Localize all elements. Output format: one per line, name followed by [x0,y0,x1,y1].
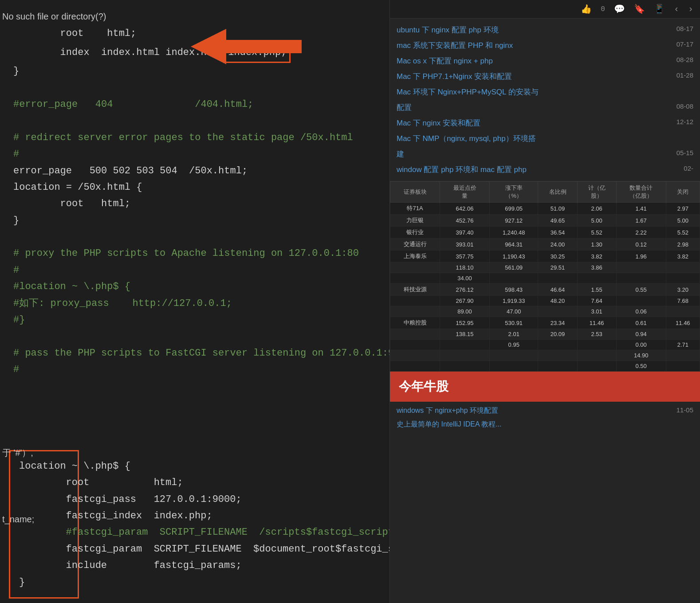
stock-p3: 36.54 [538,227,577,239]
mobile-icon[interactable]: 📱 [654,4,665,15]
table-row: 14.90 [390,350,700,361]
sidebar-bottom-links: windows 下 nginx+php 环境配置 11-05 史上最简单的 In… [390,402,700,434]
stock-p3: 24.00 [538,239,577,251]
stock-p1: 276.12 [440,284,490,296]
sidebar-bottom-link-1[interactable]: windows 下 nginx+php 环境配置 11-05 [390,404,700,418]
stock-p2: 1,919.33 [490,296,538,306]
stock-name[interactable]: 银行业 [390,227,440,239]
stock-p2 [490,350,538,361]
sidebar-link-8-date: 02- [684,164,693,175]
stock-p2: 0.95 [490,340,538,350]
stock-name [390,350,440,361]
stock-name[interactable]: 上海泰乐 [390,251,440,262]
stock-p4 [577,273,616,284]
sidebar-link-6[interactable]: Mac 下 nginx 安装和配置 12-12 [390,115,700,131]
stock-p5 [616,296,666,306]
code-line-5 [13,80,376,96]
code-line-8: # redirect server error pages to the sta… [13,129,376,146]
col-header-price: 最近点价量 [440,182,490,203]
stock-p3: 51.09 [538,203,577,215]
stock-p2: 699.05 [490,203,538,215]
table-row: 中粮控股 152.95 530.91 23.34 11.46 0.61 11.4… [390,317,700,329]
hash-note-label: 于 '#'）, [0,444,35,461]
stock-p3 [538,340,577,350]
stock-p3: 46.64 [538,284,577,296]
stock-p2 [490,361,538,372]
chat-icon[interactable]: 💬 [614,4,625,15]
table-row: 银行业 397.40 1,240.48 36.54 5.52 2.22 5.52 [390,227,700,239]
stock-p6: 5.52 [666,227,700,239]
stock-p1: 267.90 [440,296,490,306]
stock-p4: 11.46 [577,317,616,329]
code-line-18: #如下: proxy_pass http://127.0.0.1; [13,295,376,312]
code-line-14 [13,229,376,245]
sidebar-link-4-text: Mac 下 PHP7.1+Nginx 安装和配置 [397,71,512,82]
col-header-ratio: 名比例 [538,182,577,203]
sidebar-link-7b-date: 05-15 [676,149,693,159]
stock-p5: 1.96 [616,251,666,262]
table-header-row: 证券板块 最近点价量 涨下率（%） 名比例 计（亿股） 数量合计（亿股） 关闭 [390,182,700,203]
bottom-link-2-text: 史上最简单的 IntelliJ IDEA 教程... [397,420,501,429]
thumbs-up-icon[interactable]: 👍 [581,4,592,15]
arrow-right-icon[interactable]: › [688,4,693,14]
sidebar-link-8[interactable]: window 配置 php 环境和 mac 配置 php 02- [390,162,700,177]
stock-name[interactable]: 中粮控股 [390,317,440,329]
stock-p5: 0.50 [616,361,666,372]
sidebar-link-4[interactable]: Mac 下 PHP7.1+Nginx 安装和配置 01-28 [390,69,700,84]
stock-p1: 152.95 [440,317,490,329]
stock-p6 [666,361,700,372]
stock-name[interactable]: 交通运行 [390,239,440,251]
stock-p4 [577,350,616,361]
stock-table: 证券板块 最近点价量 涨下率（%） 名比例 计（亿股） 数量合计（亿股） 关闭 … [390,181,700,372]
stock-p6: 3.20 [666,284,700,296]
stock-p1: 642.06 [440,203,490,215]
sidebar-link-2-date: 07-17 [676,40,693,51]
stock-name [390,273,440,284]
sidebar-link-5-text: Mac 环境下 Nginx+PHP+MySQL 的安装与 [397,87,539,97]
table-row: 267.90 1,919.33 48.20 7.64 7.68 [390,296,700,306]
stock-p5: 0.06 [616,306,666,317]
code-line-4: } [13,63,376,79]
sidebar-link-3[interactable]: Mac os x 下配置 nginx + php 08-28 [390,53,700,69]
table-row: 科技业源 276.12 598.43 46.64 1.55 0.55 3.20 [390,284,700,296]
sidebar-top-bar: 👍 0 💬 🔖 📱 ‹ › [390,0,700,19]
sidebar-link-1-date: 08-17 [676,25,693,35]
code-line-16: # [13,262,376,278]
stock-p5: 1.41 [616,203,666,215]
stock-name [390,361,440,372]
stock-p5: 0.94 [616,329,666,340]
sidebar-link-2[interactable]: mac 系统下安装配置 PHP 和 nginx 07-17 [390,38,700,53]
bottom-line-8: } [19,574,69,591]
stock-name[interactable]: 科技业源 [390,284,440,296]
table-row: 特71A 642.06 699.05 51.09 2.06 1.41 2.97 [390,203,700,215]
code-line-3: index index.html index.htm index.php; [13,42,376,63]
stock-p4: 7.64 [577,296,616,306]
stock-name[interactable]: 力巨银 [390,215,440,227]
sidebar-link-7b[interactable]: 建 05-15 [390,146,700,162]
sidebar-link-1[interactable]: ubuntu 下 nginx 配置 php 环境 08-17 [390,22,700,38]
col-header-qty: 数量合计（亿股） [616,182,666,203]
sidebar-link-5b[interactable]: 配置 08-08 [390,100,700,115]
bookmark-icon[interactable]: 🔖 [634,4,645,15]
code-line-10: error_page 500 502 503 504 /50x.html; [13,163,376,179]
stock-p4 [577,340,616,350]
sidebar-bottom-link-2[interactable]: 史上最简单的 IntelliJ IDEA 教程... [390,418,700,431]
stock-p3: 23.34 [538,317,577,329]
code-line-13: } [13,212,376,229]
no-such-file-label: No such file or directory(?) [0,8,109,25]
stock-p6 [666,262,700,273]
stock-p1: 393.01 [440,239,490,251]
stock-p5 [616,273,666,284]
stock-p6: 7.68 [666,296,700,306]
code-line-11: location = /50x.html { [13,179,376,196]
sidebar-link-7[interactable]: Mac 下 NMP（nginx, mysql, php）环境搭 [390,131,700,146]
arrow-left-icon[interactable]: ‹ [674,4,679,14]
stock-p6 [666,306,700,317]
stock-name[interactable]: 特71A [390,203,440,215]
bottom-line-3: fastcgi_pass 127.0.0.1:9000; [19,491,69,508]
stock-p4: 3.01 [577,306,616,317]
stock-p1 [440,350,490,361]
sidebar-link-3-text: Mac os x 下配置 nginx + php [397,56,493,66]
sidebar-link-5[interactable]: Mac 环境下 Nginx+PHP+MySQL 的安装与 [390,84,700,100]
tname-note-label: t_name; [0,511,36,528]
